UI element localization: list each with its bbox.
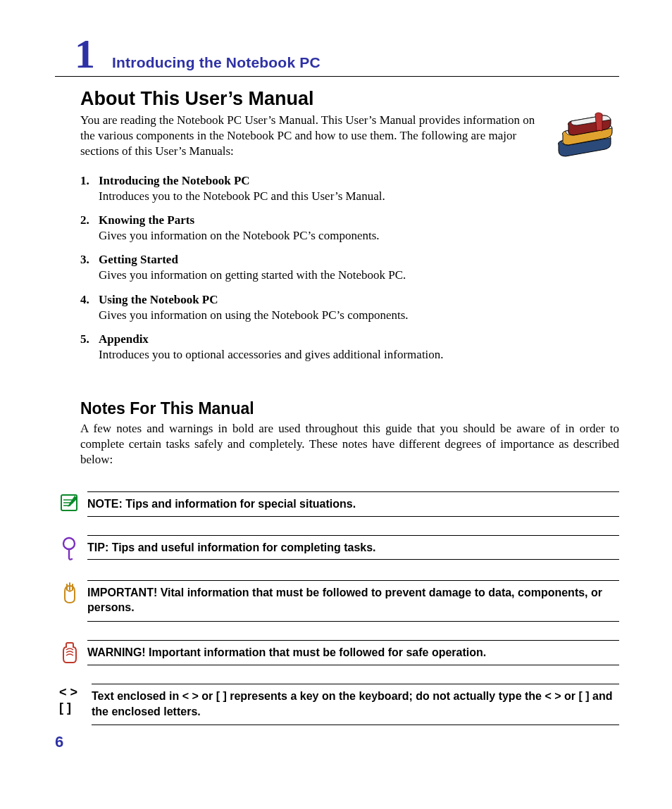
list-item-desc: Gives you information on using the Noteb… [99,308,619,323]
about-heading: About This User’s Manual [80,88,619,110]
keys-text: Text enclosed in < > or [ ] represents a… [92,684,619,725]
list-item-desc: Introduces you to optional accessories a… [99,347,619,363]
list-item-desc: Gives you information on getting started… [99,268,619,283]
key-sym-angle: < > [59,685,87,701]
list-item-title: Knowing the Parts [99,213,619,228]
page: 1 Introducing the Notebook PC About This… [0,0,672,809]
note-icon [59,493,83,514]
list-item-desc: Gives you information on the Notebook PC… [99,228,619,244]
list-item: Appendix Introduces you to optional acce… [99,332,619,363]
list-item-title: Using the Notebook PC [99,292,619,308]
note-block-note: NOTE: Tips and information for special s… [59,491,619,517]
warning-icon [59,641,83,665]
note-block-warning: WARNING! Important information that must… [59,640,619,665]
list-item-title: Introducing the Notebook PC [99,173,619,189]
important-text: IMPORTANT! Vital information that must b… [87,580,619,622]
notes-heading: Notes For This Manual [80,399,619,418]
list-item-title: Getting Started [99,252,619,268]
list-item-title: Appendix [99,332,619,347]
svg-point-1 [63,538,75,549]
note-block-keys: < > [ ] Text enclosed in < > or [ ] repr… [59,684,619,725]
key-sym-bracket: [ ] [59,701,87,716]
list-item: Knowing the Parts Gives you information … [99,213,619,244]
content: About This User’s Manual You are reading… [55,88,619,468]
chapter-title: Introducing the Notebook PC [112,54,321,71]
page-number: 6 [55,733,63,751]
about-intro: You are reading the Notebook PC User’s M… [80,113,545,161]
list-item: Getting Started Gives you information on… [99,252,619,283]
tip-text: TIP: Tips and useful information for com… [87,535,619,560]
keyboard-symbol-icon: < > [ ] [59,685,87,715]
note-block-tip: TIP: Tips and useful information for com… [59,535,619,562]
list-item-desc: Introduces you to the Notebook PC and th… [99,189,619,204]
about-intro-row: You are reading the Notebook PC User’s M… [80,113,619,161]
important-icon [59,582,83,607]
note-block-important: IMPORTANT! Vital information that must b… [59,580,619,622]
chapter-header: 1 Introducing the Notebook PC [55,34,619,77]
notes-intro: A few notes and warnings in bold are use… [80,421,619,468]
note-text: NOTE: Tips and information for special s… [87,491,619,517]
list-item: Introducing the Notebook PC Introduces y… [99,173,619,204]
warning-text: WARNING! Important information that must… [87,640,619,665]
books-icon [553,110,619,161]
list-item: Using the Notebook PC Gives you informat… [99,292,619,323]
sections-list: Introducing the Notebook PC Introduces y… [80,173,619,363]
tip-icon [59,537,83,562]
chapter-number: 1 [75,34,95,75]
